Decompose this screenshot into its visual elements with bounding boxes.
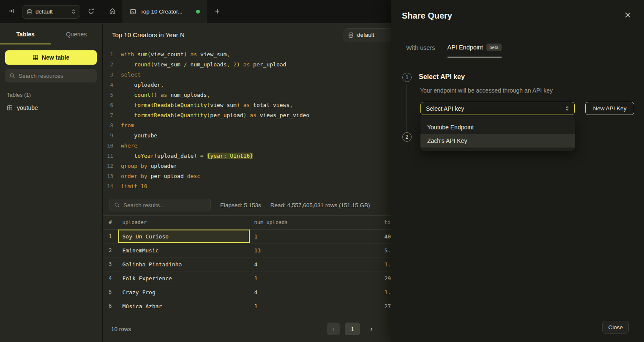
api-key-option[interactable]: Zach's API Key <box>420 134 575 148</box>
cell-index[interactable]: 4 <box>103 271 118 285</box>
cell-num-uploads[interactable]: 4 <box>250 285 380 299</box>
tables-section-label: Tables (1) <box>7 92 95 98</box>
elapsed-stat: Elapsed: 5.153s <box>220 202 261 208</box>
cell-uploader[interactable]: Galinha Pintadinha <box>118 257 250 271</box>
chevron-updown-icon <box>71 9 76 14</box>
line-number: 6 <box>103 102 113 108</box>
current-page: 1 <box>345 323 360 335</box>
beta-badge: beta <box>486 44 501 51</box>
line-number: 12 <box>103 163 113 169</box>
search-results-input[interactable] <box>123 202 206 208</box>
line-number: 2 <box>103 61 113 68</box>
refresh-button[interactable] <box>85 6 96 17</box>
api-key-select-value: Select API key <box>426 105 464 112</box>
collapse-sidebar-icon <box>8 8 15 15</box>
chevron-left-icon: ‹ <box>332 325 335 333</box>
cell-uploader[interactable]: EminemMusic <box>118 244 250 257</box>
cell-index[interactable]: 6 <box>103 299 118 313</box>
refresh-icon <box>88 8 94 16</box>
tab-with-users[interactable]: With users <box>406 44 435 57</box>
table-grid-icon <box>33 55 38 60</box>
sidebar: Tables Queries New table Tables (1) yout… <box>0 24 102 342</box>
search-resources-input[interactable] <box>19 73 93 79</box>
chevron-updown-icon <box>565 106 569 111</box>
cell-uploader[interactable]: Crazy Frog <box>118 285 250 299</box>
query-tab-icon <box>130 9 136 14</box>
line-number: 8 <box>103 122 113 129</box>
cell-index[interactable]: 3 <box>103 257 118 271</box>
step-1-indicator: 1 <box>402 73 412 82</box>
topbar-left: default <box>0 0 102 23</box>
cell-num-uploads[interactable]: 1 <box>250 299 380 313</box>
cell-uploader[interactable]: Soy Un Curioso <box>118 230 250 244</box>
home-button[interactable] <box>102 0 123 23</box>
line-number: 3 <box>103 71 113 78</box>
database-icon <box>348 32 354 38</box>
panel-title: Share Query <box>402 11 452 21</box>
close-button[interactable]: Close <box>602 321 629 334</box>
sidebar-item-youtube[interactable]: youtube <box>0 101 102 114</box>
tab-strip: Top 10 Creator... + <box>102 0 227 23</box>
plus-icon: + <box>215 7 220 16</box>
cell-uploader[interactable]: Folk Experience <box>118 271 250 285</box>
column-header-index[interactable]: # <box>103 216 118 230</box>
query-database-value: default <box>357 32 374 38</box>
api-key-option[interactable]: Youtube Endpoint <box>420 120 575 134</box>
database-selector-value: default <box>35 8 68 15</box>
home-icon <box>109 8 116 16</box>
step-2-indicator: 2 <box>402 132 412 142</box>
line-number: 11 <box>103 153 113 159</box>
tab-queries[interactable]: Queries <box>51 24 102 44</box>
close-panel-button[interactable] <box>624 11 632 19</box>
step-2-number: 2 <box>406 134 409 140</box>
cell-index[interactable]: 2 <box>103 244 118 257</box>
next-page-button[interactable]: › <box>365 323 378 335</box>
share-query-panel: Share Query With users API Endpoint beta… <box>391 0 644 342</box>
cell-num-uploads[interactable]: 1 <box>250 230 380 244</box>
results-search[interactable] <box>109 199 211 211</box>
cell-index[interactable]: 1 <box>103 230 118 244</box>
table-name: youtube <box>17 104 38 111</box>
api-key-select[interactable]: Select API key <box>420 102 575 115</box>
select-api-key-heading: Select API key <box>419 73 465 81</box>
column-header-uploader[interactable]: uploader <box>118 216 250 230</box>
query-title: Top 10 Creators in Year N <box>112 31 185 38</box>
new-table-button[interactable]: New table <box>5 50 97 65</box>
tab-api-endpoint[interactable]: API Endpoint beta <box>448 44 502 57</box>
row-count-label: 10 rows <box>111 326 131 332</box>
close-icon <box>625 12 631 18</box>
prev-page-button[interactable]: ‹ <box>327 323 340 335</box>
line-number: 9 <box>103 132 113 139</box>
cell-num-uploads[interactable]: 4 <box>250 257 380 271</box>
api-key-menu: Youtube EndpointZach's API Key <box>420 115 575 151</box>
cell-uploader[interactable]: Música Azhar <box>118 299 250 313</box>
select-api-key-description: Your endpoint will be accessed through a… <box>420 87 553 94</box>
line-number: 5 <box>103 92 113 98</box>
step-connector <box>407 84 407 131</box>
panel-tabs: With users API Endpoint beta <box>391 44 644 57</box>
new-api-key-button[interactable]: New API Key <box>585 102 634 115</box>
database-selector[interactable]: default <box>22 5 80 19</box>
tab-tables[interactable]: Tables <box>0 24 51 44</box>
chevron-right-icon: › <box>370 325 373 333</box>
search-icon <box>9 73 15 79</box>
new-table-label: New table <box>42 54 69 61</box>
line-number: 1 <box>103 51 113 57</box>
panel-header: Share Query <box>391 0 644 21</box>
new-tab-button[interactable]: + <box>207 0 227 23</box>
cell-num-uploads[interactable]: 1 <box>250 271 380 285</box>
sidebar-tabs: Tables Queries <box>0 24 102 44</box>
line-number: 7 <box>103 112 113 118</box>
cell-num-uploads[interactable]: 13 <box>250 244 380 257</box>
collapse-sidebar-button[interactable] <box>6 6 17 17</box>
cell-index[interactable]: 5 <box>103 285 118 299</box>
line-number: 13 <box>103 173 113 179</box>
tab-api-endpoint-label: API Endpoint <box>448 44 483 51</box>
query-tab[interactable]: Top 10 Creator... <box>123 0 207 23</box>
sidebar-search[interactable] <box>5 69 97 82</box>
database-icon <box>27 9 32 15</box>
line-number: 4 <box>103 82 113 88</box>
column-header-num-uploads[interactable]: num_uploads <box>250 216 380 230</box>
search-icon <box>114 202 120 208</box>
tab-with-users-label: With users <box>406 44 435 51</box>
